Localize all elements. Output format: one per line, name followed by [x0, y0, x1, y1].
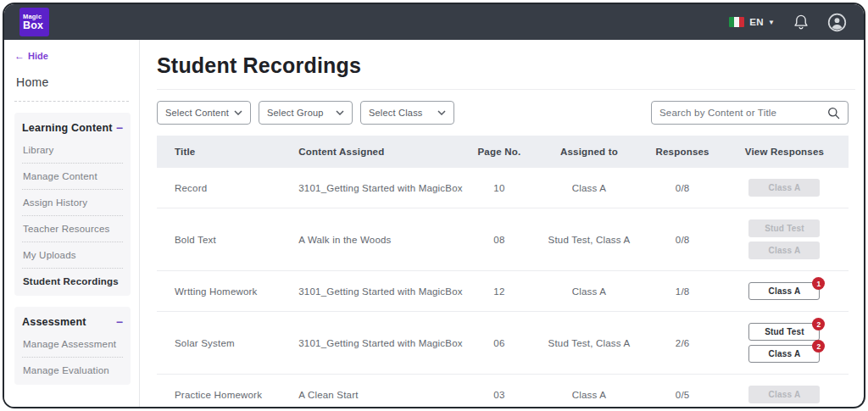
sidebar-item-teacher-resources[interactable]: Teacher Resources [22, 216, 123, 242]
collapse-minus-icon[interactable]: − [116, 122, 123, 134]
sidebar-item-library[interactable]: Library [22, 137, 123, 164]
view-button-stack: Stud Test Class A [748, 215, 820, 264]
cell-assigned-to: Class A [534, 280, 645, 303]
column-page-no: Page No. [465, 140, 534, 164]
chevron-down-icon [234, 110, 242, 115]
cell-page-no: 06 [465, 331, 534, 355]
sidebar-item-manage-assessment[interactable]: Manage Assessment [22, 331, 123, 358]
view-responses-button-label: Class A [769, 246, 801, 255]
cell-view-responses: Stud Test Class A [721, 208, 849, 270]
cell-responses: 0/8 [644, 176, 721, 200]
view-responses-button-label: Class A [769, 183, 801, 192]
search-icon[interactable] [827, 107, 840, 119]
filter-bar: Select Content Select Group Select Class [157, 101, 855, 125]
cell-responses: 0/8 [644, 228, 721, 252]
view-responses-button[interactable]: Stud Test 2 [748, 323, 820, 341]
collapse-minus-icon[interactable]: − [116, 316, 123, 328]
sidebar-item-manage-content[interactable]: Manage Content [22, 164, 123, 190]
main-content: Student Recordings Select Content Select… [140, 40, 864, 407]
cell-assigned-to: Stud Test, Class A [534, 228, 645, 252]
user-avatar-icon[interactable] [827, 13, 847, 32]
app-window: Magic Box EN ▼ ← Hide Home [3, 3, 865, 408]
chevron-down-icon [437, 110, 446, 115]
chevron-down-icon [336, 110, 344, 115]
italian-flag-icon [729, 17, 744, 27]
cell-page-no: 10 [465, 176, 534, 200]
sidebar-section-header: Learning Content − [22, 122, 123, 137]
view-responses-button[interactable]: Class A [748, 242, 820, 259]
sidebar-section-title[interactable]: Learning Content [22, 122, 113, 134]
magicbox-logo[interactable]: Magic Box [19, 8, 49, 36]
cell-content-assigned: 3101_Getting Started with MagicBox [298, 280, 465, 303]
sidebar: ← Hide Home Learning Content − Library M… [4, 40, 140, 407]
table-header-row: Title Content Assigned Page No. Assigned… [157, 136, 849, 168]
search-input[interactable] [659, 108, 827, 118]
cell-responses: 2/6 [644, 331, 721, 355]
column-assigned-to: Assigned to [534, 140, 645, 164]
sidebar-item-student-recordings[interactable]: Student Recordings [22, 269, 123, 294]
sidebar-sections: Learning Content − Library Manage Conten… [14, 113, 131, 385]
select-group-dropdown[interactable]: Select Group [259, 101, 353, 125]
select-content-label: Select Content [165, 108, 229, 118]
notification-badge: 1 [812, 277, 825, 290]
cell-assigned-to: Class A [534, 383, 645, 407]
cell-page-no: 12 [465, 280, 534, 303]
select-class-label: Select Class [369, 108, 423, 118]
cell-view-responses: Stud Test 2 Class A 2 [721, 312, 849, 374]
hide-label: Hide [28, 51, 48, 61]
sidebar-section-items: Library Manage Content Assign History Te… [22, 137, 123, 294]
cell-content-assigned: 3101_Getting Started with MagicBox [298, 176, 465, 200]
cell-assigned-to: Class A [534, 176, 645, 200]
column-view-responses: View Responses [721, 140, 849, 164]
table-row: Solar System 3101_Getting Started with M… [157, 312, 849, 375]
table-body: Record 3101_Getting Started with MagicBo… [157, 168, 849, 408]
language-selector[interactable]: EN ▼ [729, 17, 775, 27]
topbar-actions: EN ▼ [729, 13, 847, 32]
cell-page-no: 08 [465, 228, 534, 252]
table-row: Record 3101_Getting Started with MagicBo… [157, 168, 849, 208]
back-arrow-icon: ← [14, 50, 25, 62]
recordings-table: Title Content Assigned Page No. Assigned… [157, 136, 849, 408]
cell-view-responses: Class A 1 [721, 271, 849, 311]
cell-title: Bold Text [157, 228, 298, 252]
sidebar-item-my-uploads[interactable]: My Uploads [22, 242, 123, 269]
sidebar-section-title[interactable]: Assessment [22, 316, 86, 328]
top-header: Magic Box EN ▼ [4, 4, 864, 40]
view-responses-button-label: Class A [769, 390, 801, 399]
chevron-down-icon: ▼ [768, 19, 775, 26]
sidebar-item-home[interactable]: Home [16, 75, 131, 89]
view-responses-button-label: Class A [769, 349, 801, 358]
sidebar-section-items: Manage Assessment Manage Evaluation [22, 331, 123, 383]
table-row: Practice Homework A Clean Start 03 Class… [157, 375, 849, 408]
column-content-assigned: Content Assigned [298, 140, 465, 164]
title-divider [157, 89, 855, 90]
view-button-stack: Class A [748, 175, 820, 201]
view-responses-button[interactable]: Class A [748, 386, 820, 403]
view-responses-button-label: Stud Test [765, 327, 804, 336]
table-row: Wrtting Homework 3101_Getting Started wi… [157, 271, 849, 312]
cell-title: Solar System [157, 331, 298, 355]
sidebar-item-assign-history[interactable]: Assign History [22, 190, 123, 216]
cell-responses: 0/5 [644, 383, 721, 407]
view-responses-button[interactable]: Class A 1 [748, 282, 820, 300]
notification-badge: 2 [812, 318, 825, 330]
cell-content-assigned: A Clean Start [298, 383, 465, 407]
page-title: Student Recordings [157, 53, 855, 78]
sidebar-divider [14, 101, 129, 102]
sidebar-section: Learning Content − Library Manage Conten… [14, 113, 131, 296]
notifications-bell-icon[interactable] [793, 14, 809, 31]
view-button-stack: Class A 1 [748, 278, 820, 304]
view-responses-button[interactable]: Class A [748, 179, 820, 197]
column-responses: Responses [644, 140, 721, 164]
cell-page-no: 03 [465, 383, 534, 407]
select-content-dropdown[interactable]: Select Content [157, 101, 251, 125]
view-responses-button-label: Stud Test [765, 224, 804, 233]
view-button-stack: Stud Test 2 Class A 2 [748, 319, 820, 367]
hide-sidebar-link[interactable]: ← Hide [14, 50, 131, 62]
sidebar-item-manage-evaluation[interactable]: Manage Evaluation [22, 358, 123, 383]
sidebar-section-header: Assessment − [22, 316, 123, 331]
view-responses-button[interactable]: Stud Test [748, 219, 820, 237]
search-box [651, 101, 849, 125]
view-responses-button[interactable]: Class A 2 [748, 345, 820, 363]
select-class-dropdown[interactable]: Select Class [360, 101, 454, 125]
